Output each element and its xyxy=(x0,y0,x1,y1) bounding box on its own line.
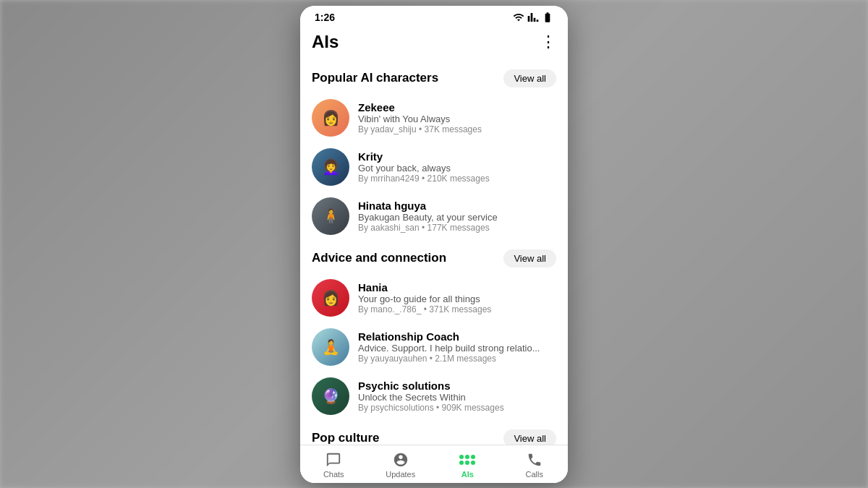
ai-name: Krity xyxy=(358,150,556,163)
section-advice: Advice and connection View all 👩 Hania Y… xyxy=(300,241,568,421)
ai-description: Byakugan Beauty, at your service xyxy=(358,212,556,223)
view-all-advice[interactable]: View all xyxy=(503,249,556,267)
nav-calls[interactable]: Calls xyxy=(501,445,569,483)
content-area: Popular AI characters View all 👩 Zekeee … xyxy=(300,61,568,445)
section-header-advice: Advice and connection View all xyxy=(300,241,568,273)
view-all-popular[interactable]: View all xyxy=(503,69,556,87)
list-item[interactable]: 👩‍🦱 Krity Got your back, always By mrrih… xyxy=(300,142,568,192)
ai-info: Relationship Coach Advice. Support. I he… xyxy=(358,330,556,364)
list-item[interactable]: 🔮 Psychic solutions Unlock the Secrets W… xyxy=(300,372,568,421)
list-item[interactable]: 🧘 Relationship Coach Advice. Support. I … xyxy=(300,322,568,372)
ai-name: Psychic solutions xyxy=(358,380,556,392)
updates-icon xyxy=(392,451,409,468)
ai-name: Hinata hguya xyxy=(358,200,556,212)
nav-ais-label: AIs xyxy=(461,470,474,479)
page-title: AIs xyxy=(312,32,339,52)
list-item[interactable]: 👩 Hania Your go-to guide for all things … xyxy=(300,273,568,322)
avatar: 🧘 xyxy=(312,328,349,366)
list-item[interactable]: 👩 Zekeee Vibin' with You Always By yadav… xyxy=(300,93,568,142)
ai-meta: By yauyauyauhen • 2.1M messages xyxy=(358,354,556,364)
nav-updates[interactable]: Updates xyxy=(367,445,435,483)
status-icons xyxy=(513,12,553,23)
ai-meta: By psychicsolutions • 909K messages xyxy=(358,403,556,413)
more-button[interactable]: ⋮ xyxy=(540,33,556,51)
ai-info: Krity Got your back, always By mrrihan42… xyxy=(358,150,556,184)
nav-chats[interactable]: Chats xyxy=(300,445,367,483)
ai-description: Advice. Support. I help build strong rel… xyxy=(358,343,556,354)
ai-info: Hinata hguya Byakugan Beauty, at your se… xyxy=(358,200,556,233)
nav-chats-label: Chats xyxy=(323,470,344,479)
ai-name: Hania xyxy=(358,281,556,294)
section-header-popculture: Pop culture View all xyxy=(300,421,568,445)
ai-info: Hania Your go-to guide for all things By… xyxy=(358,281,556,314)
nav-calls-label: Calls xyxy=(526,470,543,479)
avatar: 🧍 xyxy=(312,197,349,235)
ai-meta: By mrrihan4249 • 210K messages xyxy=(358,174,556,184)
avatar: 👩‍🦱 xyxy=(312,148,349,186)
avatar: 👩 xyxy=(312,279,349,317)
ai-meta: By aakashi_san • 177K messages xyxy=(358,223,556,233)
ai-info: Zekeee Vibin' with You Always By yadav_s… xyxy=(358,101,556,134)
ai-description: Got your back, always xyxy=(358,163,556,174)
header: AIs ⋮ xyxy=(300,26,568,61)
ai-name: Zekeee xyxy=(358,101,556,114)
section-title-popculture: Pop culture xyxy=(312,431,380,445)
avatar: 👩 xyxy=(312,99,349,137)
ai-name: Relationship Coach xyxy=(358,330,556,343)
section-popculture: Pop culture View all 💀 Simon "Ghost" Ril… xyxy=(300,421,568,445)
wifi-icon xyxy=(513,12,524,23)
avatar: 🔮 xyxy=(312,377,349,415)
nav-updates-label: Updates xyxy=(386,470,415,479)
list-item[interactable]: 🧍 Hinata hguya Byakugan Beauty, at your … xyxy=(300,192,568,241)
phone-screen: 1:26 AIs ⋮ Popular AI characters View xyxy=(300,6,568,483)
ai-description: Vibin' with You Always xyxy=(358,114,556,124)
view-all-popculture[interactable]: View all xyxy=(503,429,556,445)
ai-description: Your go-to guide for all things xyxy=(358,294,556,304)
calls-icon xyxy=(526,451,543,468)
status-time: 1:26 xyxy=(315,12,335,23)
signal-icon xyxy=(527,12,539,23)
section-popular: Popular AI characters View all 👩 Zekeee … xyxy=(300,61,568,241)
status-bar: 1:26 xyxy=(300,6,568,26)
section-title-advice: Advice and connection xyxy=(312,251,446,265)
ai-meta: By mano._.786_ • 371K messages xyxy=(358,304,556,314)
bottom-navigation: Chats Updates AIs xyxy=(300,445,568,483)
nav-ais[interactable]: AIs xyxy=(434,445,501,483)
ai-info: Psychic solutions Unlock the Secrets Wit… xyxy=(358,380,556,413)
ai-description: Unlock the Secrets Within xyxy=(358,392,556,403)
ai-meta: By yadav_shiju • 37K messages xyxy=(358,124,556,134)
ais-icon xyxy=(459,451,476,468)
chats-icon xyxy=(325,451,342,468)
section-title-popular: Popular AI characters xyxy=(312,71,438,85)
section-header-popular: Popular AI characters View all xyxy=(300,61,568,93)
battery-icon xyxy=(542,12,553,23)
